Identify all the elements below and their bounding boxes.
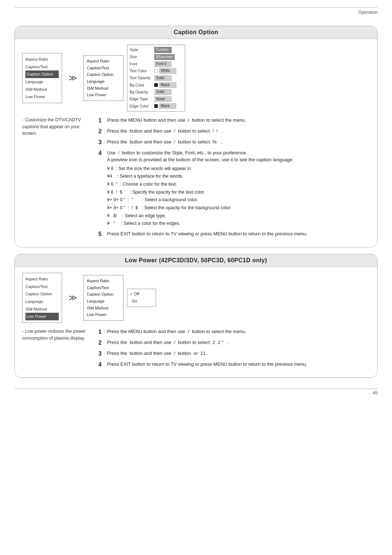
caption-desc-text: - Customize the DTV/CADTV captions that … bbox=[22, 117, 81, 136]
settings-text-color-label: Text Color bbox=[130, 68, 154, 74]
lp-options-panel: ✓ Off On bbox=[127, 289, 156, 307]
settings-style-label: Style bbox=[130, 47, 154, 53]
substep-opacity: ¥ 6 ! $ : Specify the opacity for the te… bbox=[107, 189, 370, 196]
lp-menu-item-aspect: Aspect Ratio bbox=[25, 275, 59, 283]
step-text-1: Press the MENU button and then use / but… bbox=[107, 117, 370, 124]
step-num-5: 5 bbox=[98, 230, 104, 239]
caption-description: - Customize the DTV/CADTV captions that … bbox=[22, 117, 91, 137]
caption-substeps: ¥ 8 : Set the size the words will appear… bbox=[107, 165, 370, 227]
settings-size-label: Size bbox=[130, 54, 154, 60]
settings-font-label: Font bbox=[130, 61, 154, 67]
lp-check-icon: ✓ Off bbox=[130, 291, 139, 298]
text-color-dot bbox=[154, 69, 158, 73]
step-text-4: Use / button to customize the Style, Fon… bbox=[107, 149, 370, 228]
caption-menu-left: Aspect Ratio Caption/Text Caption Option… bbox=[22, 53, 62, 103]
lp-menu-item-language: Language bbox=[25, 298, 59, 305]
top-rule bbox=[15, 7, 377, 8]
substep-edgecolor: ¥ " : Select a color for the edges. bbox=[107, 220, 370, 227]
step-text-5: Press EXIT button to return to TV viewin… bbox=[107, 230, 370, 238]
lp-step-text-4: Press EXIT button to return to TV viewin… bbox=[107, 361, 370, 368]
rmenu-item-lowpower: Low Power bbox=[87, 92, 120, 98]
menu-item-language: Language bbox=[25, 78, 59, 86]
menu-item-caption-option: Caption Option bbox=[25, 70, 59, 78]
lp-desc-steps: - Low power reduces the power consumptio… bbox=[22, 328, 370, 372]
substep-bgopacity: ¥+ 9+ 0 " : ! $ : Select the opacity for… bbox=[107, 204, 370, 212]
substep-color-text: ¥ 6 " : Choose a color for the text. bbox=[107, 181, 177, 188]
substep-bgcolor: ¥+ 9+ 0 " : " : Select a background colo… bbox=[107, 196, 370, 204]
low-power-title: Low Power (42PC3D/3DV, 50PC3D, 60PC1D on… bbox=[15, 254, 377, 267]
caption-step-5: 5 Press EXIT button to return to TV view… bbox=[98, 230, 370, 239]
substep-edge-text: ¥ $! : Select an edge type. bbox=[107, 212, 166, 220]
rmenu-item-caption-text: Caption/Text bbox=[87, 65, 120, 72]
substep-font: ¥4 : Select a typeface for the words. bbox=[107, 173, 370, 180]
substep-edge: ¥ $! : Select an edge type. bbox=[107, 212, 370, 220]
settings-font: Font Font 0 bbox=[127, 61, 185, 68]
menu-item-ism: ISM Method bbox=[25, 86, 59, 93]
arrow-icon: ≫ bbox=[69, 73, 77, 83]
settings-bg-opacity-value: Solid bbox=[154, 89, 172, 95]
lp-menu-left: Aspect Ratio Caption/Text Caption Option… bbox=[22, 273, 62, 323]
step-num-2: 2 bbox=[98, 127, 104, 136]
step-text-3: Press the button and then use / button t… bbox=[107, 138, 370, 146]
settings-style-value: Custom bbox=[154, 47, 172, 53]
caption-step-1: 1 Press the MENU button and then use / b… bbox=[98, 117, 370, 125]
lp-step-num-2: 2 bbox=[98, 339, 104, 347]
caption-step-2: 2 Press the button and then use / button… bbox=[98, 127, 370, 136]
caption-step-4: 4 Use / button to customize the Style, F… bbox=[98, 149, 370, 228]
caption-desc-steps: - Customize the DTV/CADTV captions that … bbox=[22, 117, 370, 241]
settings-edge-type-value: None bbox=[154, 96, 172, 102]
rmenu-item-aspect: Aspect Ratio bbox=[87, 58, 120, 65]
substep-bgcolor-text: ¥+ 9+ 0 " : " : Select a background colo… bbox=[107, 196, 198, 204]
bg-color-dot bbox=[154, 83, 158, 87]
lp-rmenu-item-ism: ISM Method bbox=[87, 305, 120, 312]
caption-settings-panel: Style Custom Size $Standard Font Font 0 … bbox=[127, 45, 185, 112]
page-number: 49 bbox=[15, 390, 377, 396]
lp-desc-text: - Low power reduces the power consumptio… bbox=[22, 329, 85, 341]
lp-step-num-1: 1 bbox=[98, 328, 104, 336]
lp-menu-right: Aspect Ratio Caption/Text Caption Option… bbox=[83, 275, 123, 321]
lp-rmenu-item-caption-option: Caption Option bbox=[87, 291, 120, 298]
substep-color: ¥ 6 " : Choose a color for the text. bbox=[107, 181, 370, 188]
settings-bg-color-label: Bg Color bbox=[130, 82, 154, 88]
lp-menu-item-caption-option: Caption Option bbox=[25, 290, 59, 298]
rmenu-item-ism: ISM Method bbox=[87, 85, 120, 92]
settings-edge-color-value: Black bbox=[159, 103, 176, 109]
lp-menu-item-lowpower: Low Power bbox=[25, 313, 59, 320]
step-num-1: 1 bbox=[98, 116, 104, 125]
substep-size-text: ¥ 8 : Set the size the words will appear… bbox=[107, 165, 192, 173]
settings-text-color-value: White bbox=[159, 68, 176, 74]
low-power-content: Aspect Ratio Caption/Text Caption Option… bbox=[15, 267, 377, 377]
settings-edge-color-label: Edge Color bbox=[130, 103, 154, 109]
caption-option-content: Aspect Ratio Caption/Text Caption Option… bbox=[15, 39, 377, 247]
lp-rmenu-item-lowpower: Low Power bbox=[87, 311, 120, 318]
menu-item-lowpower: Low Power bbox=[25, 93, 59, 101]
lp-menu-item-caption-text: Caption/Text bbox=[25, 283, 59, 291]
low-power-section: Low Power (42PC3D/3DV, 50PC3D, 60PC1D on… bbox=[15, 254, 377, 378]
lp-step-num-3: 3 bbox=[98, 349, 104, 358]
settings-bg-color: Bg Color Black bbox=[127, 82, 185, 89]
lp-on-label: On bbox=[130, 298, 137, 305]
settings-edge-type-label: Edge Type bbox=[130, 96, 154, 102]
settings-bg-opacity-label: Bg Opacity bbox=[130, 89, 154, 95]
lp-description: - Low power reduces the power consumptio… bbox=[22, 328, 91, 342]
lp-rmenu-item-caption-text: Caption/Text bbox=[87, 284, 120, 291]
step-num-3: 3 bbox=[98, 138, 104, 147]
settings-edge-color: Edge Color Black bbox=[127, 103, 185, 110]
caption-diagrams: Aspect Ratio Caption/Text Caption Option… bbox=[22, 45, 370, 112]
caption-steps: 1 Press the MENU button and then use / b… bbox=[98, 117, 370, 241]
lp-steps: 1 Press the MENU button and then use / b… bbox=[98, 328, 370, 372]
substep-opacity-text: ¥ 6 ! $ : Specify the opacity for the te… bbox=[107, 189, 205, 196]
settings-edge-type: Edge Type None bbox=[127, 96, 185, 102]
lp-step-3: 3 Press the button and then use / button… bbox=[98, 350, 370, 358]
caption-step-3: 3 Press the button and then use / button… bbox=[98, 138, 370, 147]
settings-bg-color-value: Black bbox=[159, 82, 176, 88]
step-num-4: 4 bbox=[98, 149, 104, 158]
bottom-rule bbox=[15, 389, 377, 389]
lp-step-4: 4 Press EXIT button to return to TV view… bbox=[98, 361, 370, 369]
settings-text-opacity-value: Solid bbox=[154, 75, 172, 81]
lp-rmenu-item-aspect: Aspect Ratio bbox=[87, 278, 120, 284]
rmenu-item-language: Language bbox=[87, 78, 120, 85]
substep-bgopacity-text: ¥+ 9+ 0 " : ! $ : Select the opacity for… bbox=[107, 204, 231, 212]
settings-bg-opacity: Bg Opacity Solid bbox=[127, 89, 185, 96]
substep-edgecolor-text: ¥ " : Select a color for the edges. bbox=[107, 220, 180, 227]
